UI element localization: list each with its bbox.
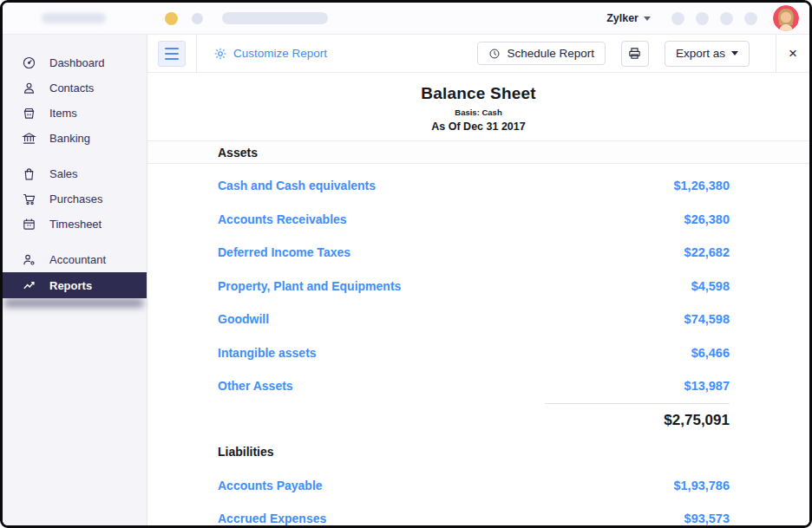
table-row: Cash and Cash equivalents $1,26,380 — [147, 169, 809, 203]
section-header-assets: Assets — [147, 140, 809, 164]
account-link[interactable]: Intangible assets — [218, 346, 317, 360]
assets-rows: Cash and Cash equivalents $1,26,380 Acco… — [147, 164, 809, 403]
export-as-label: Export as — [676, 47, 725, 60]
report-body: Balance Sheet Basis: Cash As Of Dec 31 2… — [147, 73, 809, 525]
avatar[interactable] — [773, 5, 799, 31]
sidebar-item-timesheet[interactable]: Timesheet — [3, 212, 147, 236]
account-amount[interactable]: $1,93,786 — [673, 479, 730, 492]
sidebar-item-items[interactable]: Items — [3, 101, 147, 125]
account-amount[interactable]: $6,466 — [691, 346, 730, 360]
topbar-action-4[interactable] — [744, 12, 757, 25]
section-header-liabilities: Liabilities — [147, 445, 809, 462]
sidebar-item-dashboard[interactable]: Dashboard — [3, 50, 147, 75]
account-amount[interactable]: $26,380 — [684, 212, 730, 226]
assets-total: $2,75,091 — [147, 404, 809, 433]
sidebar-item-purchases[interactable]: Purchases — [3, 186, 147, 211]
sidebar-item-label: Dashboard — [49, 56, 105, 69]
app-body: Dashboard Contacts Items Banking — [3, 35, 809, 525]
account-amount[interactable]: $22,682 — [684, 245, 730, 259]
account-amount[interactable]: $13,987 — [684, 379, 730, 393]
app-logo — [42, 13, 106, 23]
account-link[interactable]: Accrued Expenses — [218, 512, 326, 525]
account-link[interactable]: Other Assets — [218, 379, 293, 393]
account-link[interactable]: Goodwill — [218, 312, 269, 326]
notification-dot[interactable] — [165, 12, 178, 25]
account-link[interactable]: Accounts Payable — [218, 479, 323, 492]
table-row: Intangible assets $6,466 — [147, 336, 809, 370]
customize-report-button[interactable]: Customize Report — [213, 47, 327, 61]
sidebar-item-label: Items — [49, 107, 77, 120]
sidebar-item-contacts[interactable]: Contacts — [3, 75, 147, 100]
sidebar-item-accountant[interactable]: Accountant — [3, 247, 147, 271]
topbar-actions — [671, 12, 757, 25]
table-row: Deferred Income Taxes $22,682 — [147, 236, 809, 270]
app-window: Zylker Dashboard — [0, 0, 812, 528]
account-amount[interactable]: $74,598 — [684, 312, 730, 326]
org-switcher[interactable]: Zylker — [606, 12, 651, 24]
basket-icon — [22, 106, 36, 121]
account-amount[interactable]: $1,26,380 — [673, 179, 730, 192]
search-bar-pill[interactable] — [222, 12, 328, 24]
shopping-bag-icon — [22, 166, 36, 181]
sidebar-group-reports: Accountant Reports — [3, 247, 147, 298]
sidebar-blur-smudge — [4, 299, 143, 307]
sidebar-item-label: Contacts — [49, 81, 94, 95]
report-list-toggle-button[interactable] — [158, 41, 186, 67]
sidebar-group-transactions: Sales Purchases Timesheet — [3, 161, 147, 236]
sidebar-item-label: Accountant — [49, 253, 106, 266]
status-dot[interactable] — [192, 13, 203, 24]
close-report-button[interactable]: × — [776, 35, 809, 73]
sidebar-item-label: Timesheet — [49, 218, 102, 231]
page-title: Balance Sheet — [147, 84, 809, 103]
sidebar-item-label: Purchases — [49, 192, 102, 205]
sidebar-group-main: Dashboard Contacts Items Banking — [3, 50, 147, 150]
report-title-block: Balance Sheet Basis: Cash As Of Dec 31 2… — [147, 84, 809, 133]
printer-icon — [627, 46, 642, 61]
account-link[interactable]: Deferred Income Taxes — [218, 245, 350, 259]
dashboard-icon — [22, 55, 36, 70]
schedule-report-label: Schedule Report — [507, 47, 594, 60]
gear-icon — [213, 47, 227, 61]
account-link[interactable]: Property, Plant and Equipments — [218, 279, 401, 293]
sidebar-item-banking[interactable]: Banking — [3, 126, 147, 150]
chevron-down-icon — [644, 16, 651, 21]
clock-icon — [488, 48, 501, 60]
accountant-icon — [22, 252, 36, 267]
hamburger-icon — [165, 48, 179, 49]
topbar-action-1[interactable] — [671, 12, 684, 25]
account-amount[interactable]: $4,598 — [691, 279, 730, 293]
table-row: Goodwill $74,598 — [147, 303, 809, 336]
report-toolbar: Customize Report Schedule Report Export … — [147, 35, 809, 73]
print-button[interactable] — [621, 41, 649, 67]
table-row: Accounts Payable $1,93,786 — [147, 469, 809, 503]
account-link[interactable]: Accounts Receivables — [218, 212, 347, 226]
table-row: Property, Plant and Equipments $4,598 — [147, 270, 809, 303]
sidebar: Dashboard Contacts Items Banking — [3, 35, 147, 525]
person-icon — [22, 81, 36, 95]
sidebar-item-reports[interactable]: Reports — [3, 272, 147, 298]
sidebar-item-sales[interactable]: Sales — [3, 161, 147, 186]
trend-chart-icon — [22, 278, 36, 293]
toolbar-divider — [196, 35, 197, 73]
account-amount[interactable]: $93,573 — [684, 512, 730, 525]
report-as-of-date: As Of Dec 31 2017 — [147, 121, 809, 133]
customize-report-label: Customize Report — [233, 47, 327, 60]
table-row: Accounts Receivables $26,380 — [147, 203, 809, 237]
schedule-report-button[interactable]: Schedule Report — [477, 42, 606, 65]
chevron-down-icon — [731, 51, 738, 55]
table-row: Accrued Expenses $93,573 — [147, 502, 809, 525]
bank-icon — [22, 131, 36, 146]
topbar-action-3[interactable] — [720, 12, 733, 25]
account-link[interactable]: Cash and Cash equivalents — [218, 179, 376, 192]
shopping-cart-icon — [22, 192, 36, 206]
topbar-action-2[interactable] — [696, 12, 709, 25]
export-as-button[interactable]: Export as — [665, 41, 750, 67]
table-row: Other Assets $13,987 — [147, 369, 809, 403]
sidebar-item-label: Banking — [49, 132, 90, 145]
top-bar: Zylker — [3, 3, 809, 35]
liabilities-rows: Accounts Payable $1,93,786 Accrued Expen… — [147, 462, 809, 526]
sidebar-item-label: Sales — [49, 167, 78, 180]
org-name: Zylker — [606, 12, 638, 24]
report-basis: Basis: Cash — [147, 108, 809, 117]
sidebar-item-label: Reports — [49, 279, 92, 292]
